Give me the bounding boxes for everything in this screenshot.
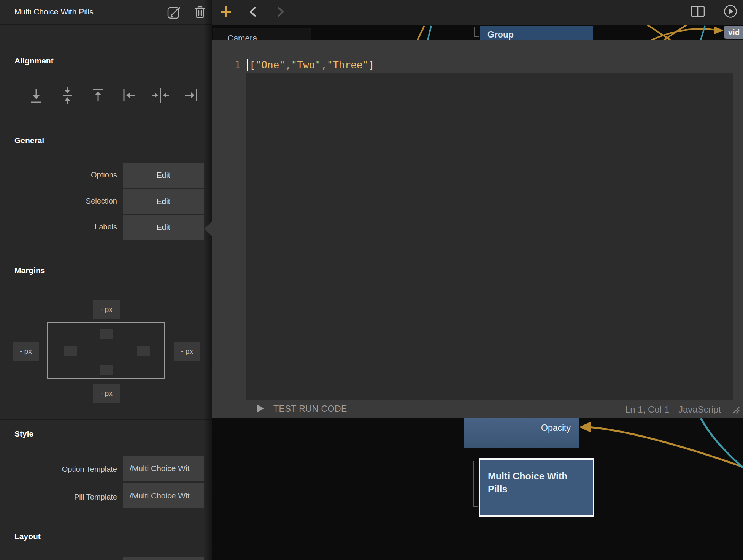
align-left-icon: [120, 86, 138, 106]
margin-top-field[interactable]: - px: [93, 300, 120, 319]
inspector-sidebar: Multi Choice With Pills: [0, 0, 212, 560]
play-circle-icon: [724, 5, 737, 20]
align-horizontal-center-icon: [151, 86, 170, 106]
edit-icon: [167, 5, 183, 21]
selection-label: Selection: [86, 197, 117, 206]
align-bottom-icon: [27, 86, 45, 106]
play-icon: [257, 404, 264, 414]
section-divider: [0, 514, 212, 514]
options-edit-button[interactable]: Edit: [123, 163, 204, 188]
section-heading-style: Style: [14, 429, 33, 438]
back-button[interactable]: [245, 4, 262, 21]
align-top-button[interactable]: [87, 85, 109, 107]
layout-field-partial[interactable]: [123, 557, 204, 560]
top-toolbar: [212, 0, 743, 25]
section-heading-margins: Margins: [14, 266, 45, 275]
section-divider: [0, 419, 212, 420]
wire-orange: [649, 29, 716, 40]
margin-top-handle[interactable]: [100, 329, 113, 339]
align-left-button[interactable]: [119, 85, 140, 107]
node-multi-choice-with-pills[interactable]: Multi Choice With Pills: [479, 458, 594, 517]
chevron-right-icon: [275, 6, 285, 19]
section-heading-alignment: Alignment: [14, 56, 54, 65]
align-vertical-center-button[interactable]: [57, 85, 78, 107]
margins-preview-box: [47, 322, 165, 379]
margin-right-field[interactable]: - px: [174, 342, 200, 361]
align-vertical-center-icon: [58, 86, 76, 106]
plus-icon: [218, 4, 233, 21]
forward-button[interactable]: [272, 4, 289, 21]
test-run-code-button[interactable]: TEST RUN CODE: [257, 400, 347, 418]
labels-label: Labels: [95, 223, 117, 231]
code-line[interactable]: ["One","Two","Three"]: [249, 57, 375, 73]
pill-template-label: Pill Template: [74, 493, 117, 501]
section-heading-layout: Layout: [14, 532, 41, 541]
margin-right-handle[interactable]: [137, 346, 150, 356]
margin-left-field[interactable]: - px: [13, 342, 39, 361]
align-right-icon: [182, 86, 200, 106]
code-editor-popover: 1 ["One","Two","Three"] TEST RUN CODE Ln…: [212, 40, 743, 418]
multi-choice-bracket: [473, 461, 474, 507]
wire-arrowhead: [714, 27, 724, 34]
wire-orange: [416, 26, 424, 40]
selection-edit-button[interactable]: Edit: [123, 189, 204, 214]
edit-patch-button[interactable]: [166, 5, 184, 21]
align-bottom-button[interactable]: [25, 85, 47, 107]
margin-bottom-handle[interactable]: [100, 365, 113, 375]
align-horizontal-center-button[interactable]: [150, 85, 171, 107]
editor-footer: TEST RUN CODE Ln 1, Col 1 JavaScript: [212, 400, 743, 418]
code-editor-area[interactable]: ["One","Two","Three"]: [246, 57, 733, 400]
sidebar-edge-shadow: [203, 0, 212, 560]
options-label: Options: [91, 171, 117, 179]
wire-teal: [427, 26, 431, 40]
multi-choice-bracket-foot: [473, 506, 478, 507]
node-opacity-label: Opacity: [541, 423, 571, 433]
chevron-left-icon: [248, 6, 258, 19]
trash-icon: [193, 5, 207, 21]
labels-edit-button[interactable]: Edit: [123, 215, 204, 240]
align-top-icon: [89, 86, 107, 106]
language-selector[interactable]: JavaScript: [678, 404, 721, 415]
test-run-code-label: TEST RUN CODE: [273, 404, 347, 414]
node-opacity[interactable]: Opacity: [464, 418, 579, 448]
line-number: 1: [227, 57, 241, 73]
inspector-title: Multi Choice With Pills: [14, 7, 94, 16]
wire-arrowhead: [579, 422, 591, 432]
node-video[interactable]: vid: [724, 26, 743, 39]
popover-notch: [204, 221, 212, 236]
margin-bottom-field[interactable]: - px: [93, 384, 120, 403]
active-line-highlight: ["One","Two","Three"]: [246, 57, 733, 73]
split-view-button[interactable]: [689, 4, 706, 21]
add-patch-button[interactable]: [218, 4, 234, 21]
split-view-icon: [691, 6, 705, 19]
inspector-header: Multi Choice With Pills: [0, 0, 212, 25]
resize-grip[interactable]: [732, 407, 740, 415]
section-divider: [0, 119, 212, 119]
wire-orange: [588, 427, 743, 467]
section-divider: [0, 248, 212, 248]
section-heading-general: General: [14, 136, 44, 145]
node-multi-choice-label: Multi Choice With Pills: [488, 470, 585, 495]
node-video-label: vid: [728, 28, 740, 37]
delete-patch-button[interactable]: [191, 5, 209, 21]
wire-teal: [700, 26, 705, 40]
group-bracket: [474, 27, 475, 36]
text-cursor: [247, 59, 248, 71]
run-prototype-button[interactable]: [722, 4, 739, 21]
margin-left-handle[interactable]: [64, 346, 77, 356]
align-right-button[interactable]: [181, 85, 202, 107]
node-group-label: Group: [487, 30, 514, 40]
option-template-label: Option Template: [62, 465, 117, 474]
group-bracket-foot: [474, 36, 479, 37]
pill-template-value[interactable]: /Multi Choice Wit: [123, 483, 204, 508]
cursor-position: Ln 1, Col 1: [625, 404, 669, 415]
option-template-value[interactable]: /Multi Choice Wit: [123, 456, 204, 481]
